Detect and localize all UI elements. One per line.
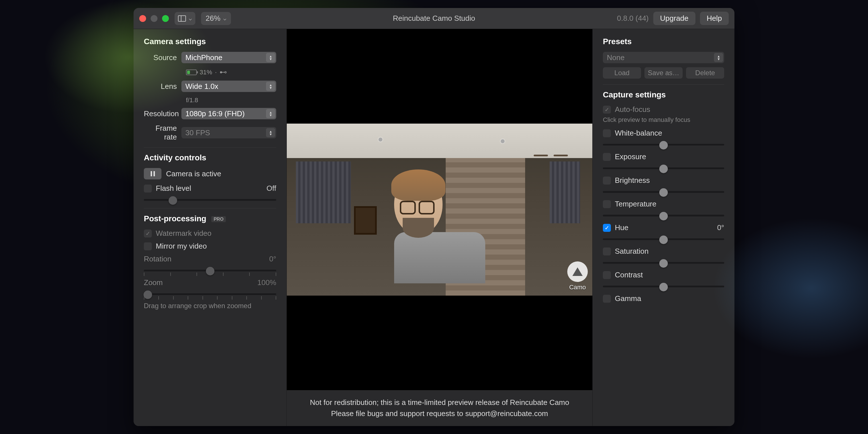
footer-note: Not for redistribution; this is a time-l… xyxy=(287,390,592,426)
temperature-slider[interactable] xyxy=(603,212,724,218)
gamma-checkbox[interactable] xyxy=(603,295,611,303)
flash-checkbox[interactable] xyxy=(144,185,152,192)
brightness-label: Brightness xyxy=(615,176,650,185)
note-line-1: Not for redistribution; this is a time-l… xyxy=(293,397,586,408)
zoom-value: 100% xyxy=(257,278,277,287)
load-button[interactable]: Load xyxy=(603,67,641,79)
camera-status: Camera is active xyxy=(166,169,221,178)
app-window: ⌵ 26% ⌵ Reincubate Camo Studio 0.8.0 (44… xyxy=(133,8,735,426)
saturation-slider[interactable] xyxy=(603,260,724,266)
close-window[interactable] xyxy=(139,15,146,22)
hue-slider[interactable] xyxy=(603,236,724,242)
post-processing-label: Post-processing xyxy=(144,214,206,223)
framerate-label: Frame rate xyxy=(144,124,181,142)
zoom-label: Zoom xyxy=(144,278,163,287)
hue-label: Hue xyxy=(615,223,628,232)
window-title: Reincubate Camo Studio xyxy=(393,14,475,23)
temperature-checkbox[interactable] xyxy=(603,200,611,208)
capture-settings-heading: Capture settings xyxy=(603,90,724,99)
watermark-checkbox: ✓ xyxy=(144,229,152,238)
resolution-select[interactable]: 1080p 16:9 (FHD) ▴▾ xyxy=(181,108,276,119)
activity-controls-heading: Activity controls xyxy=(144,153,276,162)
brightness-checkbox[interactable] xyxy=(603,177,611,185)
ceiling-fan xyxy=(534,155,568,156)
watermark-text: Camo xyxy=(567,284,588,291)
battery-icon xyxy=(186,69,197,75)
exposure-label: Exposure xyxy=(615,152,646,161)
mirror-label: Mirror my video xyxy=(156,242,207,251)
chevron-down-icon: ⌵ xyxy=(189,16,192,22)
stepper-arrows-icon: ▴▾ xyxy=(266,109,275,118)
stepper-arrows-icon: ▴▾ xyxy=(266,128,275,137)
flash-label: Flash level xyxy=(156,184,191,193)
minimize-window[interactable] xyxy=(151,15,157,22)
autofocus-label: Auto-focus xyxy=(615,105,650,114)
zoom-slider xyxy=(144,291,276,297)
dot-separator: · xyxy=(215,69,217,76)
center-panel: Camo Not for redistribution; this is a t… xyxy=(287,29,593,426)
exposure-checkbox[interactable] xyxy=(603,153,611,161)
note-line-2: Please file bugs and support requests to… xyxy=(293,408,586,419)
preset-value: None xyxy=(607,53,624,62)
contrast-checkbox[interactable] xyxy=(603,271,611,279)
framerate-value: 30 FPS xyxy=(185,128,210,137)
exposure-slider[interactable] xyxy=(603,165,724,171)
contrast-label: Contrast xyxy=(615,271,643,279)
saturation-label: Saturation xyxy=(615,247,649,256)
source-select[interactable]: MichPhone ▴▾ xyxy=(181,52,276,63)
pro-badge: PRO xyxy=(211,216,226,222)
flash-slider[interactable] xyxy=(144,197,276,203)
pause-button[interactable] xyxy=(144,168,161,179)
post-processing-heading: Post-processing PRO xyxy=(144,214,276,223)
person xyxy=(394,175,485,283)
delete-button[interactable]: Delete xyxy=(686,67,724,79)
lens-value: Wide 1.0x xyxy=(185,82,218,91)
lens-select[interactable]: Wide 1.0x ▴▾ xyxy=(181,81,276,92)
source-value: MichPhone xyxy=(185,53,222,62)
help-button[interactable]: Help xyxy=(700,12,729,25)
camo-logo-icon xyxy=(572,268,583,276)
flash-value: Off xyxy=(267,184,276,193)
watermark-label: Watermark video xyxy=(156,229,212,238)
rotation-slider xyxy=(144,268,276,273)
save-as-button[interactable]: Save as… xyxy=(645,67,683,79)
stepper-arrows-icon: ▴▾ xyxy=(714,53,723,62)
stepper-arrows-icon: ▴▾ xyxy=(266,53,275,62)
toggle-sidebar-button[interactable]: ⌵ xyxy=(175,12,195,25)
watermark: Camo xyxy=(567,261,588,291)
contrast-slider[interactable] xyxy=(603,283,724,289)
rotation-value: 0° xyxy=(269,255,276,264)
titlebar: ⌵ 26% ⌵ Reincubate Camo Studio 0.8.0 (44… xyxy=(133,8,735,29)
hue-checkbox[interactable]: ✓ xyxy=(603,224,611,232)
maximize-window[interactable] xyxy=(162,15,169,22)
resolution-value: 1080p 16:9 (FHD) xyxy=(185,110,245,118)
preset-select[interactable]: None ▴▾ xyxy=(603,52,724,63)
temperature-label: Temperature xyxy=(615,199,656,209)
presets-heading: Presets xyxy=(603,37,724,46)
pause-icon xyxy=(151,171,155,176)
white-balance-label: White-balance xyxy=(615,129,662,137)
chevron-down-icon: ⌵ xyxy=(223,16,226,22)
sidebar-icon xyxy=(178,16,186,22)
rotation-label: Rotation xyxy=(144,255,172,264)
video-preview[interactable]: Camo xyxy=(287,124,592,296)
traffic-lights xyxy=(139,15,169,22)
stepper-arrows-icon: ▴▾ xyxy=(266,82,275,91)
version-label: 0.8.0 (44) xyxy=(617,14,648,23)
usb-icon: ⊷ xyxy=(220,68,227,76)
autofocus-checkbox: ✓ xyxy=(603,106,611,114)
white-balance-checkbox[interactable] xyxy=(603,129,611,137)
brightness-slider[interactable] xyxy=(603,189,724,194)
zoom-level-value: 26% xyxy=(206,14,220,23)
framerate-select: 30 FPS ▴▾ xyxy=(181,127,276,138)
mirror-checkbox[interactable] xyxy=(144,242,152,250)
upgrade-button[interactable]: Upgrade xyxy=(653,12,695,25)
gamma-label: Gamma xyxy=(615,294,641,303)
saturation-checkbox[interactable] xyxy=(603,247,611,255)
white-balance-slider[interactable] xyxy=(603,142,724,147)
autofocus-hint: Click preview to manually focus xyxy=(603,116,724,124)
zoom-level-dropdown[interactable]: 26% ⌵ xyxy=(201,12,231,25)
zoom-hint: Drag to arrange crop when zoomed xyxy=(144,302,276,310)
